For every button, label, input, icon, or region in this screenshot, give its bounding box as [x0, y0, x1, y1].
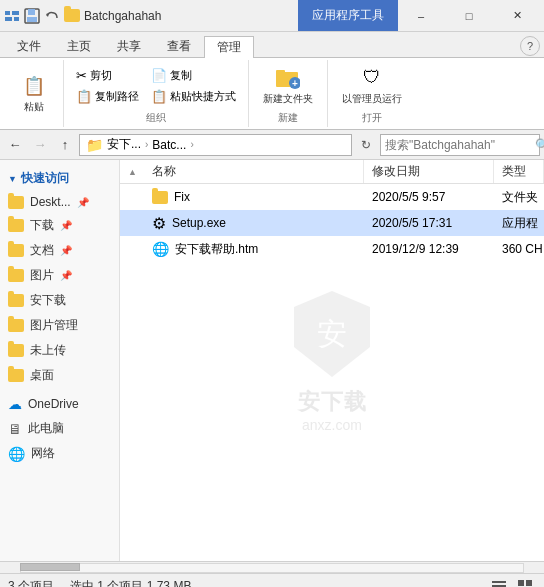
organize-label: 组织	[146, 111, 166, 125]
organize-icons: ✂ 剪切 📋 复制路径 📄 复制 📋 粘贴快捷方式	[72, 62, 240, 109]
pc-icon: 🖥	[8, 421, 22, 437]
forward-button[interactable]: →	[29, 134, 51, 156]
sidebar-label-docs: 文档	[30, 242, 54, 259]
back-button[interactable]: ←	[4, 134, 26, 156]
row-htm-expand	[120, 236, 144, 262]
run-as-admin-button[interactable]: 🛡 以管理员运行	[336, 63, 408, 109]
svg-rect-6	[27, 17, 37, 22]
paste-shortcut-button[interactable]: 📋 粘贴快捷方式	[147, 87, 240, 106]
file-row-htm[interactable]: 🌐 安下载帮助.htm 2019/12/9 12:39 360 CH	[120, 236, 544, 262]
new-folder-button[interactable]: + 新建文件夹	[257, 63, 319, 109]
row-fix-date: 2020/5/5 9:57	[364, 184, 494, 210]
sidebar-label-desktop: Deskt...	[30, 195, 71, 209]
tiles-view-button[interactable]	[514, 576, 536, 588]
run-as-admin-icon: 🛡	[360, 66, 384, 90]
address-path[interactable]: 📁 安下... › Batc... ›	[79, 134, 352, 156]
open-icons: 🛡 以管理员运行	[336, 62, 408, 109]
search-icon[interactable]: 🔍	[535, 138, 544, 152]
svg-text:安: 安	[317, 317, 347, 350]
sidebar-item-anzaixia[interactable]: 安下载	[0, 288, 119, 313]
paste-shortcut-label: 粘贴快捷方式	[170, 89, 236, 104]
folder-icon-unuploaded	[8, 344, 24, 357]
path-label-1: 安下...	[107, 136, 141, 153]
sidebar-item-docs[interactable]: 文档 📌	[0, 238, 119, 263]
paste-button[interactable]: 📋 粘贴	[14, 71, 54, 117]
sidebar-label-onedrive: OneDrive	[28, 397, 79, 411]
col-header-type[interactable]: 类型	[494, 160, 544, 183]
ribbon-group-clipboard: 📋 粘贴	[4, 60, 64, 127]
file-row-fix[interactable]: Fix 2020/5/5 9:57 文件夹	[120, 184, 544, 210]
watermark: 安 安下载 anxz.com	[292, 289, 372, 433]
tab-view[interactable]: 查看	[154, 35, 204, 57]
tab-manage[interactable]: 管理	[204, 36, 254, 58]
copy-icon: 📄	[151, 68, 167, 83]
path-segment-1[interactable]: 安下...	[107, 136, 141, 153]
paste-label: 粘贴	[24, 100, 44, 114]
tab-file[interactable]: 文件	[4, 35, 54, 57]
title-bar: Batchgahahah 应用程序工具 – □ ✕	[0, 0, 544, 32]
title-bar-left: Batchgahahah	[4, 8, 298, 24]
cut-button[interactable]: ✂ 剪切	[72, 66, 143, 85]
search-box[interactable]: 🔍	[380, 134, 540, 156]
sidebar-item-thispc[interactable]: 🖥 此电脑	[0, 416, 119, 441]
ribbon-group-open: 🛡 以管理员运行 打开	[328, 60, 416, 127]
quick-access-label: 快速访问	[21, 170, 69, 187]
search-input[interactable]	[385, 138, 535, 152]
svg-text:+: +	[292, 78, 298, 89]
copy-path-button[interactable]: 📋 复制路径	[72, 87, 143, 106]
row-fix-name: Fix	[144, 184, 364, 210]
new-folder-label: 新建文件夹	[263, 92, 313, 106]
svg-rect-17	[518, 580, 524, 586]
path-segment-2[interactable]: Batc...	[152, 138, 186, 152]
sidebar-label-unuploaded: 未上传	[30, 342, 66, 359]
help-button[interactable]: ?	[520, 36, 540, 56]
sidebar-item-pictures[interactable]: 图片 📌	[0, 263, 119, 288]
svg-rect-0	[5, 11, 10, 15]
undo-icon[interactable]	[44, 8, 60, 24]
maximize-button[interactable]: □	[446, 0, 492, 32]
refresh-button[interactable]: ↻	[355, 134, 377, 156]
clipboard-icons: 📋 粘贴	[14, 62, 54, 125]
ribbon-tab-tools[interactable]: 应用程序工具	[298, 0, 398, 31]
copy-button[interactable]: 📄 复制	[147, 66, 240, 85]
sidebar-item-network[interactable]: 🌐 网络	[0, 441, 119, 466]
sidebar-label-picmanager: 图片管理	[30, 317, 78, 334]
file-list: ▲ 名称 修改日期 类型 Fix 2020/5/5 9:57 文件夹	[120, 160, 544, 561]
up-button[interactable]: ↑	[54, 134, 76, 156]
col-header-name[interactable]: 名称	[144, 160, 364, 183]
sidebar-item-unuploaded[interactable]: 未上传	[0, 338, 119, 363]
sidebar-label-downloads: 下载	[30, 217, 54, 234]
sidebar-item-desktop[interactable]: Deskt... 📌	[0, 191, 119, 213]
svg-rect-13	[492, 581, 506, 583]
row-fix-expand	[120, 184, 144, 210]
row-setup-type: 应用程	[494, 210, 544, 236]
row-htm-date: 2019/12/9 12:39	[364, 236, 494, 262]
sidebar-item-onedrive[interactable]: ☁ OneDrive	[0, 392, 119, 416]
minimize-button[interactable]: –	[398, 0, 444, 32]
col-header-date[interactable]: 修改日期	[364, 160, 494, 183]
tab-share[interactable]: 共享	[104, 35, 154, 57]
selected-info: 选中 1 个项目 1.73 MB	[70, 578, 191, 587]
sidebar-item-picmanager[interactable]: 图片管理	[0, 313, 119, 338]
new-folder-icon: +	[276, 66, 300, 90]
row-setup-date: 2020/5/5 17:31	[364, 210, 494, 236]
scrollbar-thumb[interactable]	[20, 563, 80, 571]
svg-rect-18	[526, 580, 532, 586]
horizontal-scrollbar[interactable]	[0, 561, 544, 573]
tab-home[interactable]: 主页	[54, 35, 104, 57]
close-button[interactable]: ✕	[494, 0, 540, 32]
sidebar-item-desktopfolder[interactable]: 桌面	[0, 363, 119, 388]
quick-access-header[interactable]: ▼ 快速访问	[0, 166, 119, 191]
paste-shortcut-icon: 📋	[151, 89, 167, 104]
folder-icon-picmanager	[8, 319, 24, 332]
folder-icon-downloads	[8, 219, 24, 232]
pin-icon-pictures: 📌	[60, 270, 72, 281]
title-bar-buttons: – □ ✕	[398, 0, 540, 32]
col-expand[interactable]: ▲	[120, 160, 144, 183]
sidebar-label-pictures: 图片	[30, 267, 54, 284]
sidebar-item-downloads[interactable]: 下载 📌	[0, 213, 119, 238]
row-htm-type: 360 CH	[494, 236, 544, 262]
details-view-button[interactable]	[488, 576, 510, 588]
svg-marker-7	[46, 13, 49, 17]
file-row-setup[interactable]: ⚙ Setup.exe 2020/5/5 17:31 应用程	[120, 210, 544, 236]
